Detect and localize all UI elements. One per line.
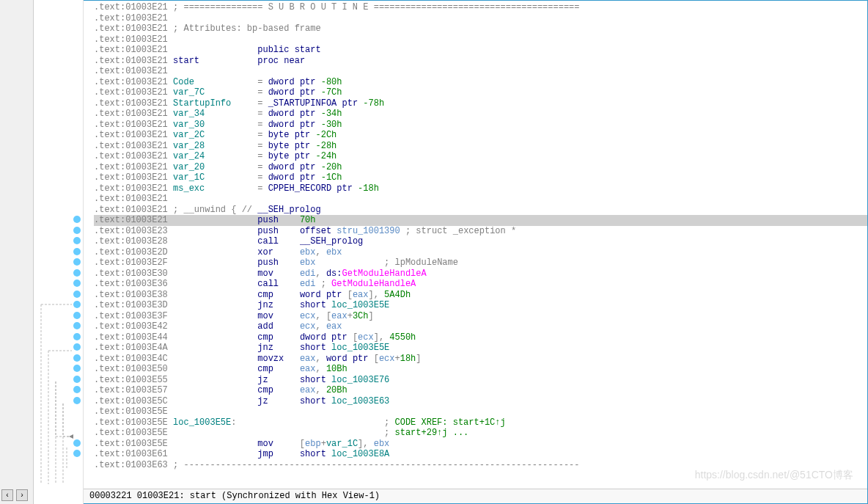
code-line[interactable]: .text:01003E5E mov [ebp+var_1C], ebx: [94, 439, 867, 450]
code-line[interactable]: .text:01003E21 var_7C = dword ptr -7Ch: [94, 87, 867, 98]
code-line[interactable]: .text:01003E21 ; __unwind { // __SEH_pro…: [94, 205, 867, 216]
breakpoint-marker[interactable]: [73, 333, 81, 340]
breakpoint-marker[interactable]: [73, 237, 81, 244]
code-line[interactable]: .text:01003E21 start proc near: [94, 56, 867, 67]
code-line[interactable]: .text:01003E61 jmp short loc_1003E8A: [94, 449, 867, 460]
arrow-gutter: [34, 0, 84, 504]
breakpoint-marker[interactable]: [73, 280, 81, 287]
code-line[interactable]: .text:01003E21 public start: [94, 45, 867, 56]
disassembly-view[interactable]: .text:01003E21 ; =============== S U B R…: [84, 0, 868, 504]
code-line[interactable]: .text:01003E21 var_30 = dword ptr -30h: [94, 120, 867, 131]
code-line[interactable]: .text:01003E5E: [94, 406, 867, 417]
breakpoint-marker[interactable]: [73, 258, 81, 266]
code-line[interactable]: .text:01003E21 var_28 = byte ptr -28h: [94, 141, 867, 152]
code-line[interactable]: .text:01003E21 StartupInfo = _STARTUPINF…: [94, 98, 867, 109]
breakpoint-marker[interactable]: [73, 322, 81, 329]
code-line[interactable]: .text:01003E57 cmp eax, 20Bh: [94, 385, 867, 396]
code-line[interactable]: .text:01003E21: [94, 34, 867, 45]
left-panel: ‹ ›: [0, 0, 34, 504]
code-line[interactable]: .text:01003E21 push 70h: [94, 215, 867, 226]
breakpoint-marker[interactable]: [73, 450, 81, 457]
code-line[interactable]: .text:01003E5E ; start+29↑j ...: [94, 428, 867, 439]
breakpoint-marker[interactable]: [73, 227, 81, 234]
code-line[interactable]: .text:01003E21 var_24 = byte ptr -24h: [94, 151, 867, 162]
code-line[interactable]: .text:01003E23 push offset stru_1001390 …: [94, 226, 867, 237]
breakpoint-marker[interactable]: [73, 376, 81, 383]
breakpoint-marker[interactable]: [73, 301, 81, 308]
code-line[interactable]: .text:01003E44 cmp dword ptr [ecx], 4550…: [94, 332, 867, 343]
code-line[interactable]: .text:01003E30 mov edi, ds:GetModuleHand…: [94, 269, 867, 280]
code-line[interactable]: .text:01003E21 ; =============== S U B R…: [94, 2, 867, 13]
breakpoint-marker[interactable]: [73, 269, 81, 277]
status-bar: 00003221 01003E21: start (Synchronized w…: [84, 489, 867, 503]
code-line[interactable]: .text:01003E21 ; Attributes: bp-based fr…: [94, 23, 867, 34]
code-line[interactable]: .text:01003E21: [94, 194, 867, 205]
code-line[interactable]: .text:01003E4A jnz short loc_1003E5E: [94, 343, 867, 354]
code-line[interactable]: .text:01003E2F push ebx ; lpModuleName: [94, 258, 867, 269]
code-line[interactable]: .text:01003E21 ms_exc = CPPEH_RECORD ptr…: [94, 183, 867, 194]
code-line[interactable]: .text:01003E38 cmp word ptr [eax], 5A4Dh: [94, 290, 867, 301]
code-line[interactable]: .text:01003E50 cmp eax, 10Bh: [94, 364, 867, 375]
breakpoint-marker[interactable]: [73, 386, 81, 393]
watermark: https://blog.csdn.net/@51CTO博客: [695, 469, 853, 482]
breakpoint-marker[interactable]: [73, 248, 81, 255]
code-line[interactable]: .text:01003E21: [94, 66, 867, 77]
code-line[interactable]: .text:01003E5E loc_1003E5E: ; CODE XREF:…: [94, 417, 867, 428]
code-line[interactable]: .text:01003E21 Code = dword ptr -80h: [94, 77, 867, 88]
code-line[interactable]: .text:01003E28 call __SEH_prolog: [94, 236, 867, 247]
breakpoint-marker[interactable]: [73, 291, 81, 298]
code-line[interactable]: .text:01003E36 call edi ; GetModuleHandl…: [94, 279, 867, 290]
breakpoint-marker[interactable]: [73, 354, 81, 362]
breakpoint-marker[interactable]: [73, 439, 81, 447]
breakpoint-marker[interactable]: [73, 343, 81, 351]
code-line[interactable]: .text:01003E21 var_1C = dword ptr -1Ch: [94, 172, 867, 183]
code-line[interactable]: .text:01003E55 jz short loc_1003E76: [94, 375, 867, 386]
code-line[interactable]: .text:01003E4C movzx eax, word ptr [ecx+…: [94, 354, 867, 365]
code-line[interactable]: .text:01003E21 var_20 = dword ptr -20h: [94, 162, 867, 173]
breakpoint-marker[interactable]: [73, 365, 81, 372]
code-line[interactable]: .text:01003E42 add ecx, eax: [94, 321, 867, 332]
code-line[interactable]: .text:01003E21 var_2C = byte ptr -2Ch: [94, 130, 867, 141]
code-line[interactable]: .text:01003E3F mov ecx, [eax+3Ch]: [94, 311, 867, 322]
code-line[interactable]: .text:01003E21: [94, 13, 867, 24]
code-area[interactable]: .text:01003E21 ; =============== S U B R…: [84, 1, 867, 489]
code-line[interactable]: .text:01003E21 var_34 = dword ptr -34h: [94, 109, 867, 120]
scroll-left-button[interactable]: ‹: [1, 489, 13, 501]
breakpoint-marker[interactable]: [73, 312, 81, 319]
breakpoint-marker[interactable]: [73, 397, 81, 404]
code-line[interactable]: .text:01003E3D jnz short loc_1003E5E: [94, 300, 867, 311]
code-line[interactable]: .text:01003E5C jz short loc_1003E63: [94, 396, 867, 407]
breakpoint-marker[interactable]: [73, 216, 81, 223]
code-line[interactable]: .text:01003E2D xor ebx, ebx: [94, 247, 867, 258]
scroll-right-button[interactable]: ›: [16, 489, 28, 501]
